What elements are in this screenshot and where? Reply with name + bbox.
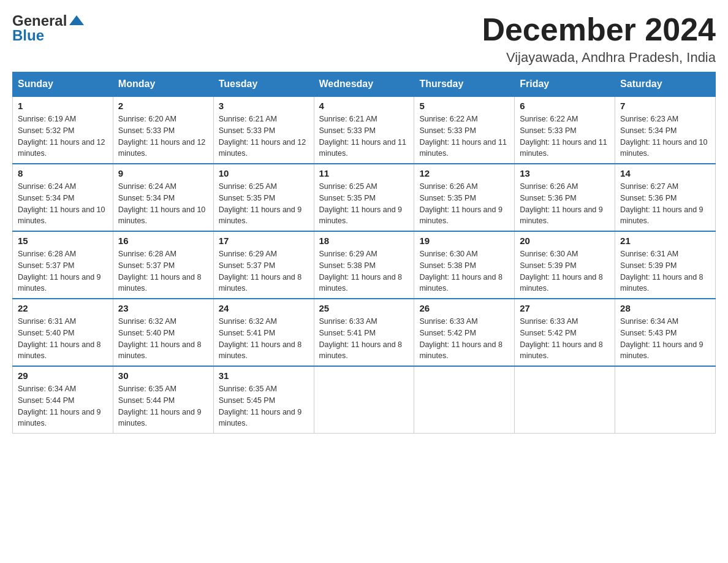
calendar-table: SundayMondayTuesdayWednesdayThursdayFrid… bbox=[12, 72, 716, 434]
day-info: Sunrise: 6:21 AM Sunset: 5:33 PM Dayligh… bbox=[219, 113, 309, 159]
day-info: Sunrise: 6:30 AM Sunset: 5:38 PM Dayligh… bbox=[419, 248, 509, 294]
calendar-cell bbox=[615, 366, 716, 434]
weekday-header-tuesday: Tuesday bbox=[213, 72, 314, 97]
calendar-cell: 20 Sunrise: 6:30 AM Sunset: 5:39 PM Dayl… bbox=[515, 231, 615, 299]
calendar-cell bbox=[414, 366, 515, 434]
day-info: Sunrise: 6:35 AM Sunset: 5:44 PM Dayligh… bbox=[118, 383, 208, 429]
day-number: 27 bbox=[520, 303, 610, 313]
logo: General Blue bbox=[12, 12, 85, 44]
calendar-cell: 6 Sunrise: 6:22 AM Sunset: 5:33 PM Dayli… bbox=[515, 96, 615, 164]
calendar-cell bbox=[515, 366, 615, 434]
weekday-header-thursday: Thursday bbox=[414, 72, 515, 97]
day-number: 24 bbox=[219, 303, 309, 313]
weekday-header-sunday: Sunday bbox=[13, 72, 113, 97]
calendar-cell: 16 Sunrise: 6:28 AM Sunset: 5:37 PM Dayl… bbox=[113, 231, 213, 299]
calendar-cell: 4 Sunrise: 6:21 AM Sunset: 5:33 PM Dayli… bbox=[314, 96, 414, 164]
day-info: Sunrise: 6:23 AM Sunset: 5:34 PM Dayligh… bbox=[620, 113, 710, 159]
calendar-cell: 24 Sunrise: 6:32 AM Sunset: 5:41 PM Dayl… bbox=[213, 299, 314, 366]
calendar-cell: 29 Sunrise: 6:34 AM Sunset: 5:44 PM Dayl… bbox=[13, 366, 113, 434]
calendar-cell: 13 Sunrise: 6:26 AM Sunset: 5:36 PM Dayl… bbox=[515, 164, 615, 231]
day-number: 8 bbox=[18, 168, 108, 178]
day-info: Sunrise: 6:24 AM Sunset: 5:34 PM Dayligh… bbox=[18, 181, 108, 227]
day-number: 6 bbox=[520, 101, 610, 111]
day-info: Sunrise: 6:25 AM Sunset: 5:35 PM Dayligh… bbox=[319, 181, 409, 227]
day-info: Sunrise: 6:32 AM Sunset: 5:41 PM Dayligh… bbox=[219, 316, 309, 362]
calendar-week-2: 8 Sunrise: 6:24 AM Sunset: 5:34 PM Dayli… bbox=[13, 164, 716, 231]
calendar-cell bbox=[314, 366, 414, 434]
day-info: Sunrise: 6:26 AM Sunset: 5:36 PM Dayligh… bbox=[520, 181, 610, 227]
day-info: Sunrise: 6:27 AM Sunset: 5:36 PM Dayligh… bbox=[620, 181, 710, 227]
day-number: 2 bbox=[118, 101, 208, 111]
day-info: Sunrise: 6:21 AM Sunset: 5:33 PM Dayligh… bbox=[319, 113, 409, 159]
day-info: Sunrise: 6:35 AM Sunset: 5:45 PM Dayligh… bbox=[219, 383, 309, 429]
day-info: Sunrise: 6:19 AM Sunset: 5:32 PM Dayligh… bbox=[18, 113, 108, 159]
calendar-cell: 17 Sunrise: 6:29 AM Sunset: 5:37 PM Dayl… bbox=[213, 231, 314, 299]
calendar-cell: 10 Sunrise: 6:25 AM Sunset: 5:35 PM Dayl… bbox=[213, 164, 314, 231]
day-number: 14 bbox=[620, 168, 710, 178]
day-info: Sunrise: 6:33 AM Sunset: 5:42 PM Dayligh… bbox=[419, 316, 509, 362]
weekday-header-friday: Friday bbox=[515, 72, 615, 97]
page-header: General Blue December 2024 Vijayawada, A… bbox=[12, 12, 716, 66]
calendar-cell: 7 Sunrise: 6:23 AM Sunset: 5:34 PM Dayli… bbox=[615, 96, 716, 164]
day-number: 15 bbox=[18, 236, 108, 246]
day-info: Sunrise: 6:25 AM Sunset: 5:35 PM Dayligh… bbox=[219, 181, 309, 227]
calendar-cell: 22 Sunrise: 6:31 AM Sunset: 5:40 PM Dayl… bbox=[13, 299, 113, 366]
calendar-cell: 28 Sunrise: 6:34 AM Sunset: 5:43 PM Dayl… bbox=[615, 299, 716, 366]
calendar-cell: 3 Sunrise: 6:21 AM Sunset: 5:33 PM Dayli… bbox=[213, 96, 314, 164]
day-number: 11 bbox=[319, 168, 409, 178]
day-info: Sunrise: 6:26 AM Sunset: 5:35 PM Dayligh… bbox=[419, 181, 509, 227]
weekday-header-wednesday: Wednesday bbox=[314, 72, 414, 97]
day-number: 30 bbox=[118, 370, 208, 381]
calendar-cell: 15 Sunrise: 6:28 AM Sunset: 5:37 PM Dayl… bbox=[13, 231, 113, 299]
day-number: 4 bbox=[319, 101, 409, 111]
calendar-cell: 14 Sunrise: 6:27 AM Sunset: 5:36 PM Dayl… bbox=[615, 164, 716, 231]
calendar-cell: 9 Sunrise: 6:24 AM Sunset: 5:34 PM Dayli… bbox=[113, 164, 213, 231]
calendar-cell: 21 Sunrise: 6:31 AM Sunset: 5:39 PM Dayl… bbox=[615, 231, 716, 299]
calendar-week-4: 22 Sunrise: 6:31 AM Sunset: 5:40 PM Dayl… bbox=[13, 299, 716, 366]
calendar-week-1: 1 Sunrise: 6:19 AM Sunset: 5:32 PM Dayli… bbox=[13, 96, 716, 164]
day-info: Sunrise: 6:31 AM Sunset: 5:40 PM Dayligh… bbox=[18, 316, 108, 362]
day-number: 7 bbox=[620, 101, 710, 111]
day-info: Sunrise: 6:33 AM Sunset: 5:41 PM Dayligh… bbox=[319, 316, 409, 362]
day-number: 1 bbox=[18, 101, 108, 111]
day-info: Sunrise: 6:34 AM Sunset: 5:43 PM Dayligh… bbox=[620, 316, 710, 362]
day-info: Sunrise: 6:28 AM Sunset: 5:37 PM Dayligh… bbox=[18, 248, 108, 294]
calendar-cell: 1 Sunrise: 6:19 AM Sunset: 5:32 PM Dayli… bbox=[13, 96, 113, 164]
day-number: 9 bbox=[118, 168, 208, 178]
day-info: Sunrise: 6:29 AM Sunset: 5:37 PM Dayligh… bbox=[219, 248, 309, 294]
calendar-cell: 12 Sunrise: 6:26 AM Sunset: 5:35 PM Dayl… bbox=[414, 164, 515, 231]
calendar-cell: 31 Sunrise: 6:35 AM Sunset: 5:45 PM Dayl… bbox=[213, 366, 314, 434]
svg-marker-0 bbox=[69, 15, 84, 25]
calendar-week-5: 29 Sunrise: 6:34 AM Sunset: 5:44 PM Dayl… bbox=[13, 366, 716, 434]
day-number: 5 bbox=[419, 101, 509, 111]
calendar-cell: 8 Sunrise: 6:24 AM Sunset: 5:34 PM Dayli… bbox=[13, 164, 113, 231]
calendar-cell: 11 Sunrise: 6:25 AM Sunset: 5:35 PM Dayl… bbox=[314, 164, 414, 231]
weekday-header-saturday: Saturday bbox=[615, 72, 716, 97]
calendar-cell: 5 Sunrise: 6:22 AM Sunset: 5:33 PM Dayli… bbox=[414, 96, 515, 164]
day-number: 17 bbox=[219, 236, 309, 246]
day-number: 3 bbox=[219, 101, 309, 111]
day-number: 25 bbox=[319, 303, 409, 313]
day-info: Sunrise: 6:33 AM Sunset: 5:42 PM Dayligh… bbox=[520, 316, 610, 362]
day-number: 26 bbox=[419, 303, 509, 313]
calendar-cell: 27 Sunrise: 6:33 AM Sunset: 5:42 PM Dayl… bbox=[515, 299, 615, 366]
day-number: 19 bbox=[419, 236, 509, 246]
location-subtitle: Vijayawada, Andhra Pradesh, India bbox=[482, 50, 716, 66]
calendar-cell: 2 Sunrise: 6:20 AM Sunset: 5:33 PM Dayli… bbox=[113, 96, 213, 164]
calendar-cell: 23 Sunrise: 6:32 AM Sunset: 5:40 PM Dayl… bbox=[113, 299, 213, 366]
logo-icon bbox=[68, 14, 85, 28]
weekday-header-row: SundayMondayTuesdayWednesdayThursdayFrid… bbox=[13, 72, 716, 97]
day-info: Sunrise: 6:31 AM Sunset: 5:39 PM Dayligh… bbox=[620, 248, 710, 294]
day-number: 21 bbox=[620, 236, 710, 246]
day-info: Sunrise: 6:22 AM Sunset: 5:33 PM Dayligh… bbox=[520, 113, 610, 159]
calendar-cell: 30 Sunrise: 6:35 AM Sunset: 5:44 PM Dayl… bbox=[113, 366, 213, 434]
title-block: December 2024 Vijayawada, Andhra Pradesh… bbox=[482, 12, 716, 66]
day-number: 16 bbox=[118, 236, 208, 246]
month-title: December 2024 bbox=[482, 12, 716, 47]
calendar-cell: 19 Sunrise: 6:30 AM Sunset: 5:38 PM Dayl… bbox=[414, 231, 515, 299]
weekday-header-monday: Monday bbox=[113, 72, 213, 97]
day-number: 20 bbox=[520, 236, 610, 246]
day-info: Sunrise: 6:30 AM Sunset: 5:39 PM Dayligh… bbox=[520, 248, 610, 294]
day-info: Sunrise: 6:32 AM Sunset: 5:40 PM Dayligh… bbox=[118, 316, 208, 362]
calendar-cell: 25 Sunrise: 6:33 AM Sunset: 5:41 PM Dayl… bbox=[314, 299, 414, 366]
